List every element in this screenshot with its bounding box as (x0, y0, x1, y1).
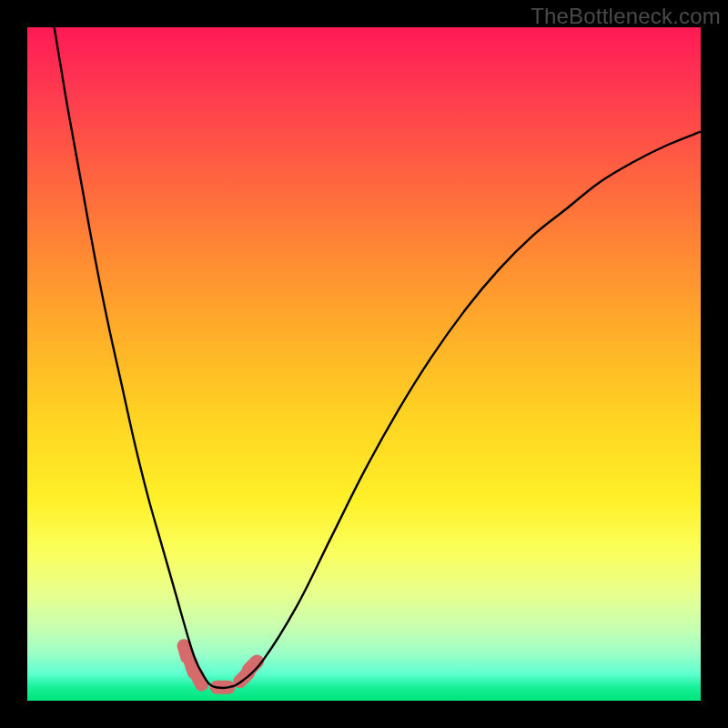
bottleneck-curve (55, 27, 701, 688)
curve-layer (27, 27, 701, 701)
watermark-text: TheBottleneck.com (531, 4, 721, 29)
plot-area (27, 27, 701, 701)
chart-frame: TheBottleneck.com (0, 0, 728, 728)
marker-group (176, 637, 267, 693)
